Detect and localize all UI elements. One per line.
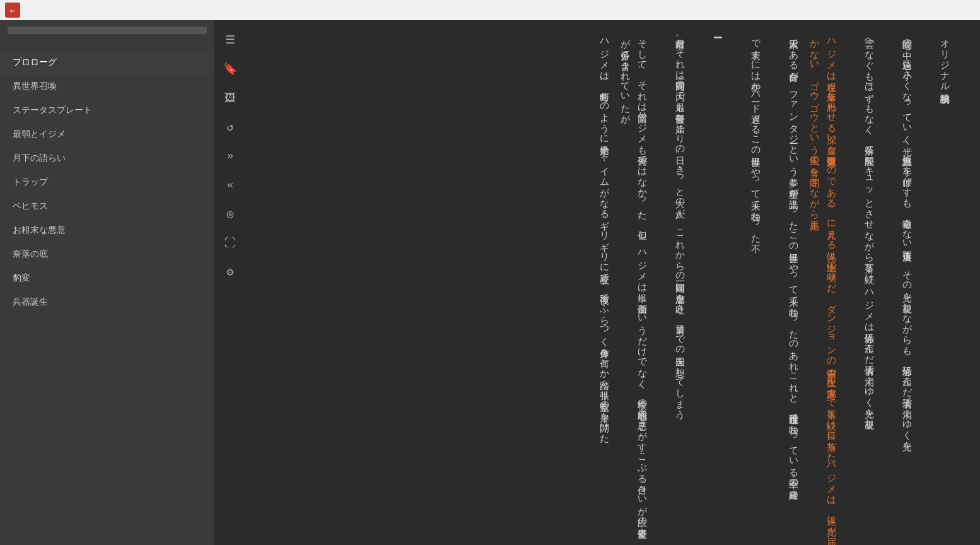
sidebar-item-moon[interactable]: 月下の語らい [0,146,214,170]
text-column-8: 月曜日。それは一週間の内で最も憂鬱な始まりの日。きっと大の人が、これからの一週間… [658,33,696,532]
sidebar-item-weapon[interactable]: 兵器誕生 [0,290,214,314]
text-column-5: 日本人である自分が、ファンタジーという夢と希望が詰まったこの世界にやって来て味わ… [772,33,810,532]
sidebar-item-prologue[interactable]: プロローグ [0,50,214,74]
title-bar: ← [0,0,980,20]
maximize-button[interactable] [932,3,952,18]
sidebar-item-change[interactable]: 豹変 [0,266,214,290]
back-button[interactable]: ← [5,3,20,18]
sidebar-item-behemoth[interactable]: ベヒモス [0,194,214,218]
close-button[interactable] [955,3,975,18]
sidebar-item-trap[interactable]: トラップ [0,170,214,194]
sidebar-item-fall[interactable]: 奈落の底 [0,242,214,266]
settings-icon[interactable]: ⚙ [216,257,244,285]
reading-area[interactable]: オリジナル小説初投稿暗闇の中、急速に小さくなっていく光。無意識に手を伸ばすも、途… [246,20,980,545]
text-column-4: ハジメは現在、奈落を思わせる深い崖を絶賛落下中なのである。に見える光は地上の明り… [810,33,848,532]
forward-icon[interactable]: » [216,141,244,169]
back-icon: ← [10,5,15,15]
disc-icon[interactable]: ◎ [216,199,244,227]
text-column-10: ハジメは、何時ものように始業チャイムがなるギリギリに登校で、徹夜でふらつく身体を… [583,33,621,532]
main-content: プロローグ異世界召喚ステータスプレート最弱とイジメ月下の語らいトラップベヒモスお… [0,20,980,545]
reading-content: オリジナル小説初投稿暗闇の中、急速に小さくなっていく光。無意識に手を伸ばすも、途… [246,20,980,545]
sidebar-item-status[interactable]: ステータスプレート [0,98,214,122]
text-column-9: そして、それは南雲ハジメも例外ではなかった。但し、ハジメは単に面倒というだけでな… [621,33,658,532]
title-bar-left: ← [5,3,25,18]
refresh-icon[interactable]: ↺ [216,112,244,140]
text-column-2: 暗闇の中、急速に小さくなっていく光。無意識に手を伸ばすも、途轍もない落下速度に、… [885,33,923,532]
menu-icon[interactable]: ☰ [216,25,244,53]
search-input[interactable] [8,26,207,34]
text-column-1: オリジナル小説初投稿 [923,33,961,532]
text-column-7: ーーーーーーーーーーーー [696,33,734,532]
sidebar-item-crude[interactable]: お粗末な悪意 [0,218,214,242]
bookmark-icon[interactable]: 🔖 [216,54,244,82]
sidebar: プロローグ異世界召喚ステータスプレート最弱とイジメ月下の語らいトラップベヒモスお… [0,20,214,545]
fullscreen-icon[interactable]: ⛶ [216,228,244,256]
sidebar-item-weak[interactable]: 最弱とイジメ [0,122,214,146]
toolbar: ☰🔖🖼↺»«◎⛶⚙ [214,20,246,545]
sidebar-item-isekai[interactable]: 異世界召喚 [0,74,214,98]
nav-list: プロローグ異世界召喚ステータスプレート最弱とイジメ月下の語らいトラップベヒモスお… [0,50,214,314]
window-controls [909,3,975,18]
chapter-header [0,40,214,50]
text-column-3: 雲へなぐも）はずもなく、奈落に股間をキュッとさせながら落下し続け ハジメは恐怖に… [848,33,885,532]
image-icon[interactable]: 🖼 [216,83,244,111]
minimize-button[interactable] [909,3,930,18]
text-column-6: で表すには些かハード過ぎるこの世界にやって来て味わった不 [734,33,772,532]
back-icon[interactable]: « [216,170,244,198]
